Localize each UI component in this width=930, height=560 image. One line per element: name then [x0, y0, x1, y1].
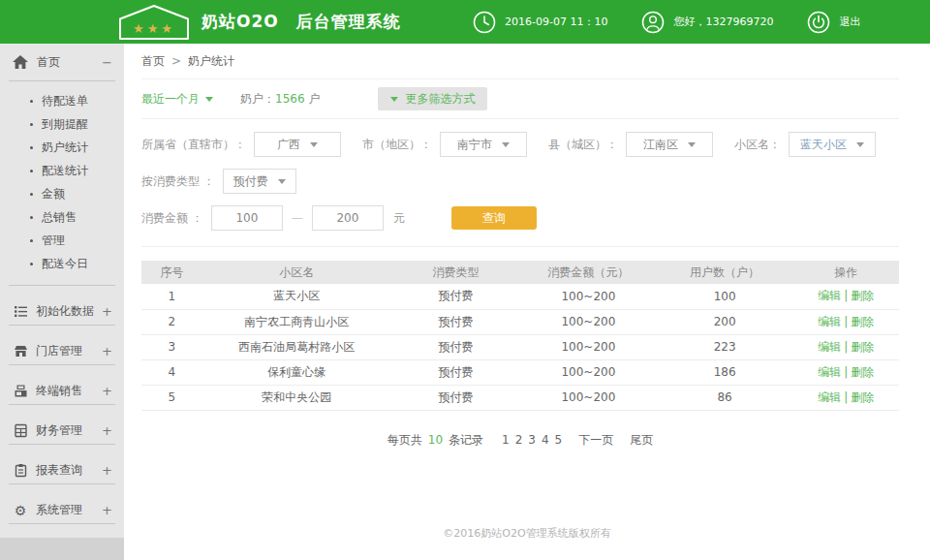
subitem-label: 管理	[42, 233, 65, 249]
cell-type: 预付费	[391, 359, 520, 385]
cell-users: 100	[657, 284, 793, 309]
sidebar-divider	[9, 285, 115, 286]
user-group: 您好，1327969720	[640, 10, 773, 35]
amount-max-input[interactable]	[312, 205, 384, 231]
bullet-icon	[30, 170, 33, 172]
caret-down-icon	[205, 97, 213, 102]
cell-users: 186	[657, 359, 793, 385]
cell-amount: 100~200	[520, 334, 657, 359]
logout-button[interactable]: 退出	[839, 15, 860, 29]
sidebar-item-terminal-sales[interactable]: 终端销售 +	[0, 378, 124, 404]
table-header-cell: 操作	[792, 261, 899, 284]
sidebar-item-home[interactable]: 首页 −	[0, 44, 124, 80]
delete-link[interactable]: 删除	[851, 365, 874, 379]
bullet-icon	[30, 193, 33, 196]
sidebar-subitem-total-sales[interactable]: 总销售	[0, 205, 124, 229]
expand-toggle[interactable]: +	[102, 345, 112, 358]
county-select[interactable]: 江南区	[626, 132, 713, 157]
province-select[interactable]: 广西	[254, 132, 341, 157]
subitem-label: 奶户统计	[42, 140, 88, 156]
expand-toggle[interactable]: +	[102, 305, 112, 318]
next-page-link[interactable]: 下一页	[578, 432, 613, 449]
expand-toggle[interactable]: +	[102, 504, 112, 516]
more-filter-button[interactable]: 更多筛选方式	[378, 87, 487, 110]
page-size-value: 10	[428, 433, 443, 447]
sidebar-item-system-mgmt[interactable]: ⚙ 系统管理 +	[0, 497, 124, 523]
gear-icon: ⚙	[13, 504, 28, 517]
sidebar-subitem-amount[interactable]: 金额	[0, 182, 124, 205]
sidebar-item-init-data[interactable]: 初始化数据 +	[0, 298, 124, 325]
edit-link[interactable]: 编辑	[818, 390, 841, 404]
edit-link[interactable]: 编辑	[818, 315, 841, 328]
filter-row-location: 所属省（直辖市）： 广西 市（地区）： 南宁市 县（城区）： 江南区 小区名：	[141, 132, 899, 157]
page-number[interactable]: 3	[528, 433, 536, 447]
logo-house-icon: ★★★	[118, 4, 190, 41]
sidebar-item-finance-mgmt[interactable]: 财务管理 +	[0, 418, 124, 444]
delete-link[interactable]: 删除	[851, 340, 874, 354]
last-page-link[interactable]: 尾页	[630, 432, 653, 449]
action-separator: |	[844, 365, 848, 379]
cell-no: 4	[141, 359, 202, 385]
expand-toggle[interactable]: +	[102, 464, 112, 477]
logo-stars-icon: ★★★	[133, 21, 175, 36]
table-header-row: 序号 小区名 消费类型 消费金额（元） 用户数（户） 操作	[141, 261, 899, 284]
sidebar-subitem-pending-delivery[interactable]: 待配送单	[0, 89, 124, 112]
delete-link[interactable]: 删除	[851, 315, 874, 328]
consume-type-select[interactable]: 预付费	[223, 169, 296, 194]
caret-down-icon	[688, 142, 696, 147]
period-dropdown[interactable]: 最近一个月	[141, 91, 213, 108]
page-number[interactable]: 2	[515, 433, 523, 447]
sidebar-subitem-management[interactable]: 管理	[0, 229, 124, 252]
table-header-cell: 用户数（户）	[657, 261, 793, 284]
sidebar-item-store-mgmt[interactable]: 门店管理 +	[0, 338, 124, 364]
sidebar-section: 门店管理 +	[0, 338, 124, 365]
delete-link[interactable]: 删除	[851, 289, 874, 302]
sidebar-subitem-delivery-stats[interactable]: 配送统计	[0, 159, 124, 182]
amount-min-input[interactable]	[211, 205, 283, 231]
filter-row-amount: 消费金额 ： — 元 查询	[141, 205, 899, 231]
range-dash: —	[292, 211, 303, 225]
sidebar-subitem-customer-stats[interactable]: 奶户统计	[0, 136, 124, 159]
page-number[interactable]: 1	[502, 433, 510, 447]
filter-row-type: 按消费类型 ： 预付费	[141, 169, 899, 194]
sidebar-menu: 首页 − 待配送单 到期提醒 奶户统计 配送统计 金额 总销售 管理 配送今日	[0, 44, 124, 538]
community-select[interactable]: 蓝天小区	[789, 132, 876, 157]
community-label: 小区名：	[734, 137, 781, 153]
sidebar-section: 初始化数据 +	[0, 298, 124, 326]
edit-link[interactable]: 编辑	[818, 289, 841, 302]
page-number[interactable]: 4	[542, 433, 549, 447]
sidebar-divider	[9, 523, 115, 524]
more-filter-label: 更多筛选方式	[405, 91, 475, 108]
collapse-toggle[interactable]: −	[102, 56, 112, 69]
quick-filter-bar: 最近一个月 奶户：1566 户 更多筛选方式	[141, 79, 899, 118]
breadcrumb-home-link[interactable]: 首页	[141, 53, 165, 70]
user-icon	[640, 10, 666, 35]
expand-toggle[interactable]: +	[102, 424, 112, 437]
delete-link[interactable]: 删除	[851, 390, 874, 404]
search-button[interactable]: 查询	[451, 206, 537, 230]
edit-link[interactable]: 编辑	[818, 340, 841, 354]
report-icon	[13, 463, 28, 478]
cell-name: 西南石油局葛村路小区	[202, 334, 392, 359]
clock-icon	[472, 10, 497, 35]
store-icon	[13, 344, 28, 358]
edit-link[interactable]: 编辑	[818, 365, 841, 379]
sidebar-subitem-today-delivery[interactable]: 配送今日	[0, 252, 124, 275]
county-value: 江南区	[643, 137, 678, 153]
sidebar-subitem-expiry-reminder[interactable]: 到期提醒	[0, 112, 124, 136]
logout-group[interactable]: 退出	[806, 10, 860, 35]
table-row: 4 保利童心缘 预付费 100~200 186 编辑|删除	[141, 359, 899, 385]
user-count-label: 奶户：1566 户	[240, 91, 320, 108]
cell-name: 保利童心缘	[202, 359, 392, 385]
city-select[interactable]: 南宁市	[440, 132, 527, 157]
cell-type: 预付费	[391, 334, 520, 359]
page-number[interactable]: 5	[555, 433, 563, 447]
caret-down-icon	[390, 97, 398, 102]
sidebar-item-report-query[interactable]: 报表查询 +	[0, 457, 124, 483]
datetime-text: 2016-09-07 11：10	[505, 15, 607, 29]
page-title: 奶户统计	[188, 53, 234, 70]
expand-toggle[interactable]: +	[102, 385, 112, 397]
amount-unit: 元	[393, 210, 405, 227]
power-icon[interactable]	[806, 10, 831, 35]
action-separator: |	[844, 289, 848, 302]
